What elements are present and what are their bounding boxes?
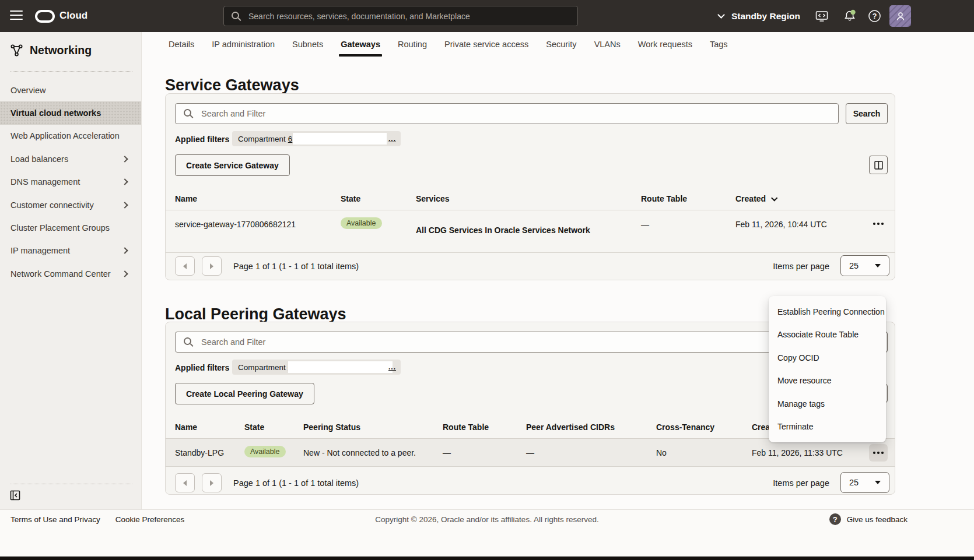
sg-search-filter[interactable]	[175, 103, 839, 124]
items-per-page-select[interactable]: 25	[840, 255, 889, 276]
sidebar-item-cluster-placement-groups[interactable]: Cluster Placement Groups	[0, 216, 141, 239]
sg-compartment-filter-chip[interactable]: Compartment 6 ...	[232, 131, 401, 146]
sidebar-nav: Overview Virtual cloud networks Web Appl…	[0, 79, 141, 286]
cloud-shell-icon[interactable]	[815, 10, 828, 25]
col-name: Name	[175, 194, 197, 203]
divider	[10, 484, 132, 484]
lpg-search-filter[interactable]	[175, 332, 839, 353]
tab-private-service-access[interactable]: Private service access	[436, 32, 537, 57]
ellipsis-icon	[869, 215, 888, 233]
hamburger-menu-icon[interactable]	[10, 10, 23, 21]
tab-security[interactable]: Security	[537, 32, 585, 57]
chevron-right-icon	[121, 156, 128, 162]
cell-created: Feb 11, 2026, 11:33 UTC	[752, 448, 843, 457]
lpg-applied-filters-label: Applied filters	[175, 363, 229, 372]
footer-feedback[interactable]: ? Give us feedback	[829, 513, 908, 525]
menu-item-copy-ocid[interactable]: Copy OCID	[769, 346, 886, 369]
sidebar-item-ip-management[interactable]: IP management	[0, 240, 141, 262]
chip-more-link[interactable]: ...	[388, 135, 396, 143]
next-page-button[interactable]	[202, 473, 222, 492]
cell-services[interactable]: All CDG Services In Oracle Services Netw…	[416, 226, 590, 235]
lpg-search-input[interactable]	[200, 333, 830, 351]
create-local-peering-gateway-button[interactable]: Create Local Peering Gateway	[175, 383, 314, 404]
tab-routing[interactable]: Routing	[389, 32, 436, 57]
menu-item-move-resource[interactable]: Move resource	[769, 369, 886, 393]
items-per-page-value: 25	[849, 478, 859, 487]
col-services: Services	[416, 194, 450, 203]
cell-route-table: —	[641, 220, 649, 229]
sg-search-button[interactable]: Search	[846, 103, 888, 124]
lpg-table-row[interactable]: Standby-LPG Available New - Not connecte…	[166, 439, 895, 467]
notifications-bell-icon[interactable]	[843, 9, 857, 25]
previous-page-button[interactable]	[175, 256, 195, 276]
cell-name: Standby-LPG	[175, 448, 224, 457]
page-info-text: Page 1 of 1 (1 - 1 of 1 total items)	[233, 478, 359, 488]
tab-bar: Details IP administration Subnets Gatewa…	[142, 32, 974, 57]
lpg-compartment-filter-chip[interactable]: Compartment 6 ...	[232, 360, 401, 375]
chip-value[interactable]: 6	[288, 135, 293, 143]
create-service-gateway-button[interactable]: Create Service Gateway	[175, 154, 290, 176]
tab-ip-administration[interactable]: IP administration	[203, 32, 283, 57]
cell-name: service-gateway-1770806682121	[175, 220, 296, 229]
status-badge: Available	[244, 446, 286, 457]
sidebar-item-dns-management[interactable]: DNS management	[0, 171, 141, 193]
oracle-logo[interactable]	[35, 10, 55, 23]
copyright-text: Copyright © 2026, Oracle and/or its affi…	[0, 515, 974, 524]
sg-applied-filters-label: Applied filters	[175, 135, 229, 144]
region-selector[interactable]: Standby Region	[719, 0, 800, 32]
chevron-right-icon	[121, 179, 128, 185]
sg-table-row[interactable]: service-gateway-1770806682121 Available …	[166, 210, 895, 253]
next-page-button[interactable]	[202, 256, 222, 276]
menu-item-manage-tags[interactable]: Manage tags	[769, 392, 886, 415]
feedback-link[interactable]: Give us feedback	[847, 515, 908, 524]
items-per-page-value: 25	[849, 261, 859, 270]
search-icon	[232, 12, 239, 19]
sidebar-item-web-application-acceleration[interactable]: Web Application Acceleration	[0, 125, 141, 147]
sidebar-item-virtual-cloud-networks[interactable]: Virtual cloud networks	[0, 101, 141, 124]
local-peering-gateways-title: Local Peering Gateways	[165, 305, 346, 323]
col-created[interactable]: Created	[735, 194, 776, 203]
chevron-left-icon	[183, 480, 187, 486]
sidebar-title: Networking	[10, 44, 92, 57]
sidebar-item-customer-connectivity[interactable]: Customer connectivity	[0, 193, 141, 216]
items-per-page-label: Items per page	[773, 478, 829, 488]
col-state: State	[341, 194, 360, 203]
sidebar-item-load-balancers[interactable]: Load balancers	[0, 147, 141, 170]
chevron-right-icon	[121, 270, 128, 277]
redacted-value	[293, 133, 387, 145]
sidebar-item-network-command-center[interactable]: Network Command Center	[0, 262, 141, 285]
menu-item-establish-peering-connection[interactable]: Establish Peering Connection	[769, 300, 886, 323]
chip-more-link[interactable]: ...	[388, 363, 396, 371]
col-peering-status: Peering Status	[303, 422, 360, 432]
menu-item-terminate[interactable]: Terminate	[769, 415, 886, 439]
chevron-down-icon	[717, 11, 725, 19]
tab-tags[interactable]: Tags	[701, 32, 737, 57]
row-actions-button[interactable]	[869, 444, 888, 462]
sidebar-item-overview[interactable]: Overview	[0, 79, 141, 101]
page-info-text: Page 1 of 1 (1 - 1 of 1 total items)	[233, 262, 359, 271]
collapse-sidebar-button[interactable]	[10, 490, 20, 503]
row-actions-button[interactable]	[869, 215, 888, 233]
tab-gateways[interactable]: Gateways	[332, 32, 389, 57]
tab-vlans[interactable]: VLANs	[586, 32, 629, 57]
columns-icon	[874, 161, 883, 170]
previous-page-button[interactable]	[175, 473, 195, 492]
col-route-table: Route Table	[641, 194, 687, 203]
col-cross-tenancy: Cross-Tenancy	[656, 422, 714, 432]
global-search[interactable]	[223, 6, 578, 26]
svg-text:?: ?	[873, 12, 877, 20]
col-name: Name	[175, 422, 197, 432]
sg-search-input[interactable]	[200, 104, 830, 123]
global-search-input[interactable]	[247, 7, 574, 25]
help-icon[interactable]: ?	[868, 9, 881, 25]
user-avatar[interactable]	[889, 5, 911, 27]
tab-details[interactable]: Details	[160, 32, 203, 57]
sg-table-header: Name State Services Route Table Created	[166, 189, 895, 210]
tab-subnets[interactable]: Subnets	[283, 32, 332, 57]
tab-work-requests[interactable]: Work requests	[629, 32, 701, 57]
chip-label: Compartment	[238, 363, 286, 372]
window-bottom-edge	[0, 557, 974, 560]
items-per-page-select[interactable]: 25	[840, 472, 889, 493]
menu-item-associate-route-table[interactable]: Associate Route Table	[769, 323, 886, 347]
sg-column-settings-button[interactable]	[869, 156, 888, 174]
